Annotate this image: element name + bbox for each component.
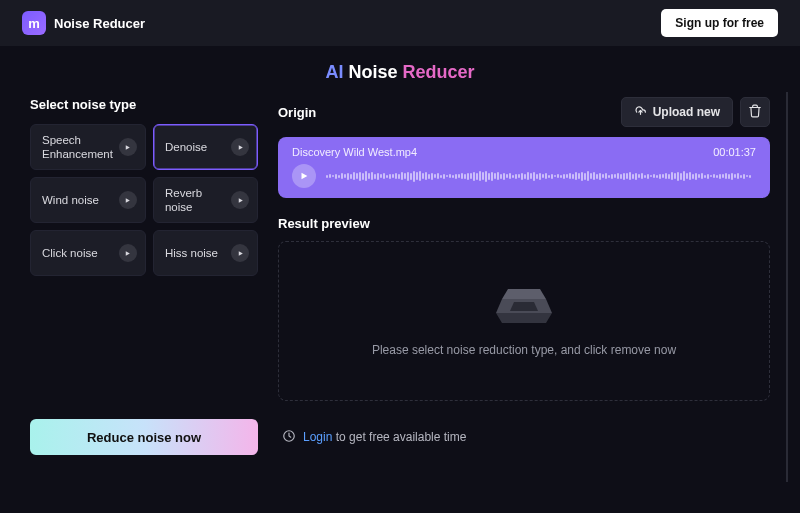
svg-marker-0 [126,145,130,150]
scrollbar[interactable] [786,92,788,482]
origin-duration: 00:01:37 [713,146,756,158]
right-panel: Origin Upload new Discovery Wild West.mp… [278,97,770,401]
noise-type-label: Speech Enhancement [42,133,119,162]
login-rest-text: to get free available time [332,430,466,444]
svg-marker-5 [238,251,242,256]
svg-marker-9 [502,289,546,299]
play-sample-icon[interactable] [231,244,249,262]
svg-marker-10 [510,302,538,311]
noise-type-label: Wind noise [42,193,119,207]
noise-type-grid: Speech EnhancementDenoiseWind noiseRever… [30,124,258,276]
svg-marker-2 [126,198,130,203]
play-sample-icon[interactable] [119,191,137,209]
svg-marker-1 [238,145,242,150]
reduce-noise-button[interactable]: Reduce noise now [30,419,258,455]
noise-type-heading: Select noise type [30,97,258,112]
play-sample-icon[interactable] [119,138,137,156]
noise-type-label: Denoise [165,140,231,154]
waveform[interactable] [326,167,756,185]
origin-audio-card: Discovery Wild West.mp4 00:01:37 [278,137,770,198]
play-sample-icon[interactable] [231,138,249,156]
noise-type-card[interactable]: Reverb noise [153,177,258,223]
empty-tray-icon [494,285,554,327]
hero-suffix: Reducer [403,62,475,82]
clock-icon [282,429,296,446]
upload-icon [634,104,647,120]
svg-marker-8 [496,313,552,323]
brand-logo-icon: m [22,11,46,35]
noise-type-card[interactable]: Hiss noise [153,230,258,276]
brand: m Noise Reducer [22,11,145,35]
origin-heading: Origin [278,105,316,120]
noise-type-label: Hiss noise [165,246,231,260]
result-heading: Result preview [278,216,770,231]
noise-type-card[interactable]: Click noise [30,230,146,276]
noise-type-card[interactable]: Wind noise [30,177,146,223]
workspace: Select noise type Speech EnhancementDeno… [0,97,800,401]
brand-name: Noise Reducer [54,16,145,31]
noise-type-card[interactable]: Speech Enhancement [30,124,146,170]
upload-new-button[interactable]: Upload new [621,97,733,127]
upload-new-label: Upload new [653,105,720,119]
origin-filename: Discovery Wild West.mp4 [292,146,417,158]
noise-type-label: Click noise [42,246,119,260]
trash-icon [748,104,762,121]
noise-type-label: Reverb noise [165,186,231,215]
login-link[interactable]: Login [303,430,332,444]
result-preview-box: Please select noise reduction type, and … [278,241,770,401]
svg-marker-6 [302,173,308,180]
play-sample-icon[interactable] [231,191,249,209]
signup-button[interactable]: Sign up for free [661,9,778,37]
svg-marker-4 [126,251,130,256]
noise-type-panel: Select noise type Speech EnhancementDeno… [30,97,258,401]
result-placeholder-text: Please select noise reduction type, and … [372,343,676,357]
svg-marker-3 [238,198,242,203]
play-origin-button[interactable] [292,164,316,188]
footer-row: Reduce noise now Login to get free avail… [0,401,800,455]
topbar: m Noise Reducer Sign up for free [0,0,800,46]
noise-type-card[interactable]: Denoise [153,124,258,170]
page-title: AI Noise Reducer [0,46,800,97]
login-prompt: Login to get free available time [282,429,466,446]
delete-button[interactable] [740,97,770,127]
hero-prefix: AI [325,62,348,82]
hero-mid: Noise [348,62,402,82]
play-sample-icon[interactable] [119,244,137,262]
